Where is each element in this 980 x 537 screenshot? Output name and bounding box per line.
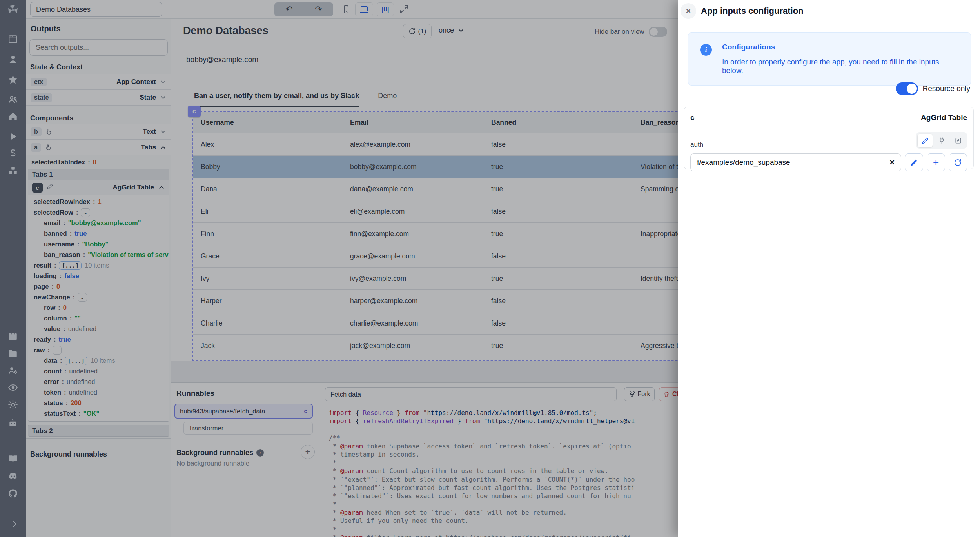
- dollar-icon[interactable]: [8, 148, 18, 158]
- app-name-input[interactable]: [30, 2, 162, 17]
- desktop-view-button[interactable]: [355, 2, 373, 16]
- chevron-up-icon[interactable]: [160, 144, 167, 151]
- table-row[interactable]: Charliecharlie@example.comfalse: [193, 312, 678, 335]
- eye-icon[interactable]: [8, 382, 18, 393]
- table-row[interactable]: Finnfinn@example.comtrueInappropriate be…: [193, 223, 678, 245]
- output-prop-loading[interactable]: loading:false: [28, 271, 169, 281]
- output-row-component-a[interactable]: a Tabs: [26, 140, 171, 155]
- play-icon[interactable]: [8, 131, 18, 142]
- column-header[interactable]: Username: [201, 118, 350, 127]
- mobile-view-button[interactable]: [338, 2, 354, 16]
- tab-ban-user[interactable]: Ban a user, notify them by email, and us…: [194, 92, 359, 107]
- output-prop-status[interactable]: status:200: [28, 398, 169, 408]
- output-prop-ban_reason[interactable]: ban_reason:"Violation of terms of servic…: [28, 249, 169, 260]
- code-area[interactable]: import { Resource } from "https://deno.l…: [321, 405, 678, 537]
- chevron-down-icon[interactable]: [160, 78, 167, 86]
- table-row[interactable]: Gracegrace@example.comfalse: [193, 245, 678, 268]
- collapse-button[interactable]: -: [53, 346, 62, 355]
- output-prop-selectedRow[interactable]: selectedRow:-: [28, 207, 169, 218]
- add-background-runnable-button[interactable]: +: [301, 445, 315, 459]
- expand-array-button[interactable]: [...]: [59, 261, 82, 270]
- output-prop-username[interactable]: username:"Bobby": [28, 239, 169, 249]
- table-row[interactable]: Danadana@example.comtrueSpamming other u: [193, 178, 678, 200]
- chevron-down-icon[interactable]: [160, 128, 167, 135]
- output-prop-token[interactable]: token:undefined: [28, 387, 169, 398]
- github-icon[interactable]: [8, 488, 18, 499]
- edit-resource-button[interactable]: [905, 153, 923, 171]
- output-prop-data[interactable]: data:[...]10 items: [28, 355, 169, 366]
- output-prop-page[interactable]: page:0: [28, 281, 169, 292]
- collapse-button[interactable]: -: [81, 208, 90, 217]
- schedule-select[interactable]: once: [439, 26, 465, 35]
- table-row[interactable]: Elieli@example.comfalse: [193, 200, 678, 223]
- output-row-state[interactable]: state State: [26, 90, 171, 106]
- text-component-b[interactable]: bobby@example.com: [186, 55, 258, 64]
- refresh-resource-button[interactable]: [949, 153, 967, 171]
- edit-pencil-icon[interactable]: [47, 183, 53, 192]
- component-c-row[interactable]: c AgGrid Table: [28, 180, 169, 195]
- settings-gear-icon[interactable]: [8, 400, 18, 410]
- collapse-arrow-icon[interactable]: [8, 519, 18, 529]
- output-prop-row[interactable]: row:0: [28, 302, 169, 313]
- home-icon[interactable]: [8, 111, 18, 122]
- output-prop-banned[interactable]: banned:true: [28, 228, 169, 239]
- resource-only-toggle[interactable]: [896, 82, 918, 95]
- column-header[interactable]: Email: [350, 118, 491, 127]
- collapse-button[interactable]: -: [78, 293, 87, 302]
- folder-icon[interactable]: [8, 348, 18, 359]
- discord-icon[interactable]: [8, 471, 18, 481]
- component-tag[interactable]: c: [188, 106, 201, 117]
- output-prop-column[interactable]: column:"": [28, 313, 169, 324]
- output-prop-error[interactable]: error:undefined: [28, 377, 169, 387]
- tab-demo[interactable]: Demo: [378, 92, 397, 107]
- output-prop-statusText[interactable]: statusText:"OK": [28, 408, 169, 419]
- chevron-down-icon[interactable]: [160, 94, 167, 101]
- output-prop-raw[interactable]: raw:-: [28, 345, 169, 355]
- hide-bar-toggle[interactable]: [649, 27, 667, 37]
- aggrid-component[interactable]: c UsernameEmailBannedBan_reason Alexalex…: [192, 111, 678, 361]
- calendar-icon[interactable]: [8, 331, 18, 341]
- user-cog-icon[interactable]: [8, 365, 18, 375]
- users-icon[interactable]: [8, 95, 18, 105]
- output-prop-newChange[interactable]: newChange:-: [28, 292, 169, 302]
- expand-button[interactable]: [396, 2, 412, 16]
- close-icon[interactable]: ×: [681, 3, 696, 19]
- app-window-icon[interactable]: [8, 34, 18, 44]
- book-icon[interactable]: [8, 454, 18, 464]
- refresh-button[interactable]: (1): [403, 24, 432, 38]
- search-outputs-input[interactable]: [29, 39, 168, 56]
- boxes-icon[interactable]: [8, 166, 18, 176]
- tabs1-header[interactable]: Tabs 1: [28, 169, 169, 180]
- table-row[interactable]: Bobbybobby@example.comtrueViolation of t…: [193, 156, 678, 178]
- connect-mode-button[interactable]: [934, 134, 949, 147]
- windmill-logo-icon[interactable]: [7, 4, 19, 16]
- runnable-item-transformer[interactable]: Transformer: [183, 422, 313, 435]
- output-prop-count[interactable]: count:undefined: [28, 366, 169, 377]
- table-row[interactable]: Alexalex@example.comfalse: [193, 133, 678, 156]
- redo-button[interactable]: ↷: [304, 2, 333, 16]
- runnable-item-selected[interactable]: hub/943/supabase/fetch_data c: [174, 404, 313, 419]
- undo-button[interactable]: ↶: [274, 2, 304, 16]
- star-icon[interactable]: [8, 75, 18, 85]
- resource-value-input[interactable]: f/examples/demo_supabase ×: [690, 153, 901, 171]
- table-row[interactable]: Ivyivy@example.comtrueIdentity theft: [193, 268, 678, 290]
- expand-array-button[interactable]: [...]: [65, 357, 87, 365]
- fork-button[interactable]: Fork: [624, 387, 655, 401]
- output-row-ctx[interactable]: ctx App Context: [26, 74, 171, 90]
- column-header[interactable]: Banned: [491, 118, 641, 127]
- bot-icon[interactable]: [8, 418, 18, 428]
- add-resource-button[interactable]: +: [927, 153, 945, 171]
- output-prop-result[interactable]: result:[...]10 items: [28, 260, 169, 271]
- table-row[interactable]: Harperharper@example.comfalse: [193, 290, 678, 312]
- clear-icon[interactable]: ×: [889, 157, 895, 167]
- user-icon[interactable]: [8, 54, 18, 64]
- output-prop-selectedRowIndex[interactable]: selectedRowIndex:1: [28, 197, 169, 207]
- runnable-name-input[interactable]: [325, 387, 617, 401]
- zero-padding-button[interactable]: |0|: [377, 2, 394, 16]
- chevron-up-icon[interactable]: [158, 184, 165, 191]
- static-edit-mode-button[interactable]: [918, 134, 933, 147]
- output-row-component-b[interactable]: b Text: [26, 124, 171, 140]
- output-prop-email[interactable]: email:"bobby@example.com": [28, 218, 169, 228]
- column-header[interactable]: Ban_reason: [641, 118, 678, 127]
- eval-mode-button[interactable]: [951, 134, 965, 147]
